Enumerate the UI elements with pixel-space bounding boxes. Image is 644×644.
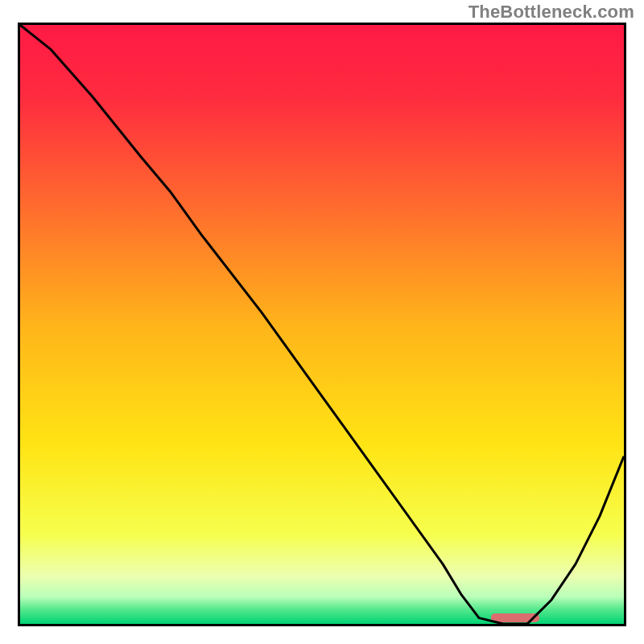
watermark-text: TheBottleneck.com <box>469 2 634 23</box>
chart-container: TheBottleneck.com <box>0 0 644 644</box>
chart-svg <box>20 25 624 624</box>
gradient-backdrop <box>20 25 624 624</box>
plot-area <box>18 23 626 626</box>
